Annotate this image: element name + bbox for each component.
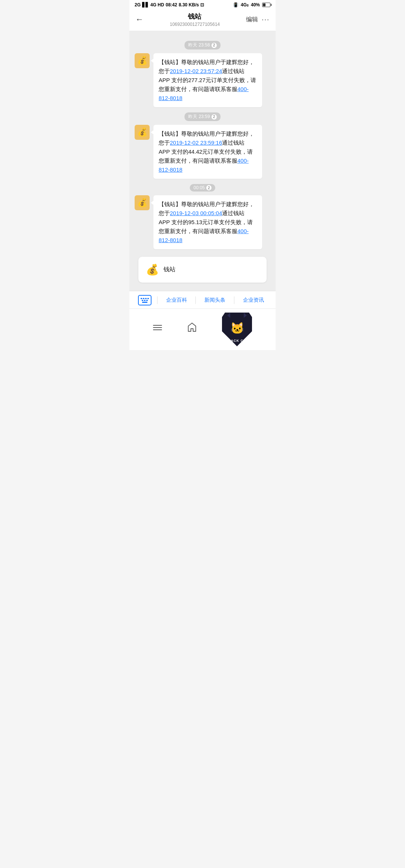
nav-bar: 🐱 BLACK CAT (129, 308, 276, 350)
badge-num-2: 2 (212, 114, 217, 120)
menu-button[interactable] (153, 325, 162, 330)
timestamp-text-3: 00:05 (194, 185, 205, 190)
header-right: 编辑 ··· (246, 16, 270, 24)
timestamp-badge-3: 00:05 2 (190, 184, 215, 192)
enterprise-wiki-button[interactable]: 企业百科 (163, 295, 190, 305)
message-3: 💰 【钱站】尊敬的钱站用户于建辉您好，您于2019-12-03 00:05:04… (135, 195, 270, 249)
msg2-link1[interactable]: 2019-12-02 23:59:16 (170, 139, 222, 146)
4g-signal: 4G₂ (241, 2, 249, 7)
timestamp-badge-2: 昨天 23:59 2 (184, 112, 220, 121)
timestamp-row-3: 00:05 2 (135, 184, 270, 192)
badge-num-3: 2 (206, 185, 212, 190)
time-display: 08:42 (166, 2, 177, 7)
timestamp-text-1: 昨天 23:58 (188, 42, 210, 48)
battery-percent: 40% (251, 2, 260, 7)
page-title: 钱站 (144, 12, 246, 21)
svg-text:BLACK CAT: BLACK CAT (226, 339, 249, 343)
black-cat-badge[interactable]: 🐱 BLACK CAT (222, 313, 252, 343)
enterprise-news-button[interactable]: 企业资讯 (240, 295, 267, 305)
back-button[interactable]: ← (135, 15, 144, 24)
bubble-3: 【钱站】尊敬的钱站用户于建辉您好，您于2019-12-03 00:05:04通过… (153, 195, 262, 249)
header: ← 钱站 10692300012727105614 编辑 ··· (129, 9, 276, 31)
toolbar-divider-2 (195, 296, 196, 304)
timestamp-row-2: 昨天 23:59 2 (135, 112, 270, 121)
msg3-link1[interactable]: 2019-12-03 00:05:04 (170, 210, 222, 216)
message-2: 💰 【钱站】尊敬的钱站用户于建辉您好，您于2019-12-02 23:59:16… (135, 125, 270, 179)
timestamp-row-1: 昨天 23:58 2 (135, 41, 270, 49)
edit-button[interactable]: 编辑 (246, 16, 258, 24)
header-center: 钱站 10692300012727105614 (144, 12, 246, 27)
service-card[interactable]: 💰 钱站 (138, 257, 267, 283)
network-2g: 2G (135, 2, 141, 7)
vibrate-icon: 📳 (233, 2, 238, 7)
avatar-1: 💰 (135, 53, 150, 68)
svg-text:🐱: 🐱 (230, 322, 244, 335)
battery-icon (262, 3, 270, 7)
toolbar-row: 企业百科 新闻头条 企业资讯 (129, 295, 276, 305)
signal-icon: ▋▋ (142, 2, 149, 7)
qq-icon: ⊡ (200, 2, 204, 7)
service-name: 钱站 (164, 266, 176, 274)
service-icon: 💰 (146, 263, 159, 276)
status-left: 2G ▋▋ 4G HD 08:42 8.30 KB/s ⊡ (135, 2, 204, 7)
toolbar-divider-3 (234, 296, 234, 304)
network-speed: 8.30 KB/s (178, 2, 199, 7)
avatar-2: 💰 (135, 125, 150, 140)
msg1-link1[interactable]: 2019-12-02 23:57:24 (170, 68, 222, 74)
more-button[interactable]: ··· (262, 16, 270, 24)
contact-id: 10692300012727105614 (144, 22, 246, 27)
message-1: 💰 【钱站】尊敬的钱站用户于建辉您好，您于2019-12-02 23:57:24… (135, 53, 270, 107)
status-bar: 2G ▋▋ 4G HD 08:42 8.30 KB/s ⊡ 📳 4G₂ 40% (129, 0, 276, 9)
news-button[interactable]: 新闻头条 (201, 295, 228, 305)
keyboard-button[interactable] (138, 295, 152, 305)
chat-area: 昨天 23:58 2 💰 【钱站】尊敬的钱站用户于建辉您好，您于2019-12-… (129, 31, 276, 291)
timestamp-text-2: 昨天 23:59 (188, 114, 210, 120)
header-left: ← (135, 15, 144, 24)
badge-num-1: 2 (212, 43, 217, 48)
home-button[interactable] (187, 322, 197, 334)
status-right: 📳 4G₂ 40% (233, 2, 270, 7)
bubble-2: 【钱站】尊敬的钱站用户于建辉您好，您于2019-12-02 23:59:16通过… (153, 125, 262, 179)
toolbar-divider-1 (157, 296, 158, 304)
avatar-3: 💰 (135, 195, 150, 210)
network-4g: 4G HD (150, 2, 164, 7)
timestamp-badge-1: 昨天 23:58 2 (184, 41, 220, 49)
bubble-1: 【钱站】尊敬的钱站用户于建辉您好，您于2019-12-02 23:57:24通过… (153, 53, 262, 107)
bottom-toolbar: 企业百科 新闻头条 企业资讯 (129, 291, 276, 308)
